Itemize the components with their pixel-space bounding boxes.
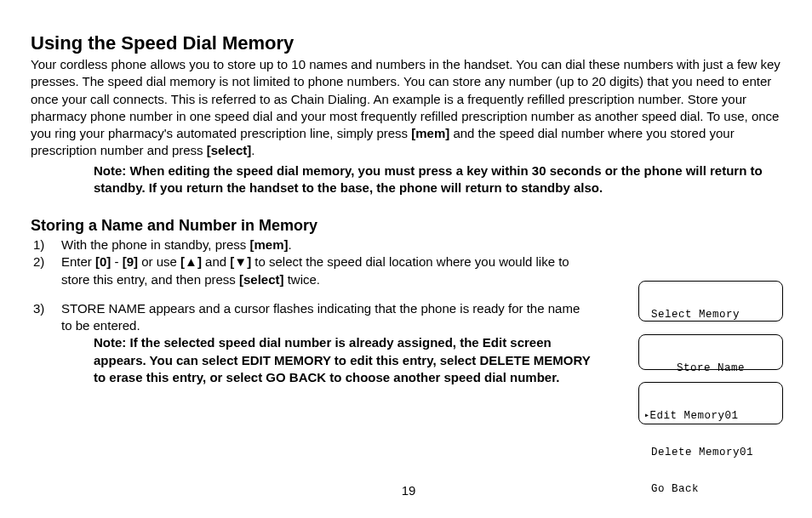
lcd-line: ▸Edit Memory01 xyxy=(644,410,777,422)
page-number: 19 xyxy=(31,483,786,498)
lcd-line: Select Memory xyxy=(644,309,777,321)
editing-timeout-note: Note: When editing the speed dial memory… xyxy=(31,162,786,197)
step-text: With the phone in standby, press [mem]. xyxy=(61,236,786,253)
step-number: 2) xyxy=(31,253,61,288)
lcd-store-name: Store Name xyxy=(638,334,783,370)
subheading: Storing a Name and Number in Memory xyxy=(31,217,786,235)
lcd-line: Delete Memory01 xyxy=(644,447,777,458)
heading: Using the Speed Dial Memory xyxy=(31,32,786,54)
lcd-edit-memory: ▸Edit Memory01 Delete Memory01 Go Back xyxy=(638,382,783,424)
step-1: 1) With the phone in standby, press [mem… xyxy=(31,236,786,253)
step-number: 3) xyxy=(31,300,61,335)
lcd-select-memory: Select Memory 01▸ 02 JOHN DOE xyxy=(638,281,783,322)
step-number: 1) xyxy=(31,236,61,253)
lcd-line: Store Name xyxy=(644,362,777,374)
intro-paragraph: Your cordless phone allows you to store … xyxy=(31,56,786,160)
